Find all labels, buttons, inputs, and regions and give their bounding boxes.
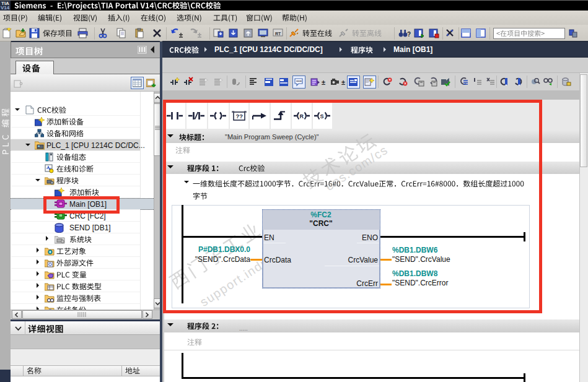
svg-text:RT: RT: [275, 32, 281, 36]
svg-text:?: ?: [407, 31, 411, 38]
